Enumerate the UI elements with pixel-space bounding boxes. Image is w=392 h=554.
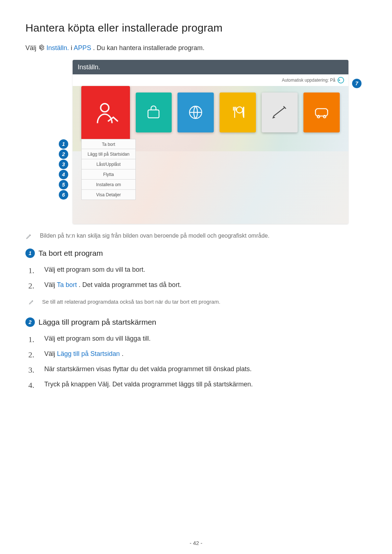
pen-icon xyxy=(25,233,32,241)
section2-step3: 3. När startskärmen visas flyttar du det… xyxy=(28,362,367,378)
callout-bubble-3: 3 xyxy=(59,160,68,169)
pen-icon xyxy=(28,299,34,307)
step-number: 2. xyxy=(28,281,37,291)
auto-update-toggle-icon[interactable] xyxy=(338,77,344,83)
section2-step2: 2. Välj Lägg till på Startsidan . xyxy=(28,347,367,362)
intro-mid: i xyxy=(71,44,74,52)
menu-item-remove[interactable]: Ta bort xyxy=(81,139,136,149)
app-tile-4[interactable] xyxy=(220,93,256,132)
menu-item-move[interactable]: Flytta xyxy=(81,169,136,180)
section-2-title: Lägga till program på startskärmen xyxy=(38,318,156,327)
callout-bubble-2: 2 xyxy=(59,149,68,159)
svg-point-0 xyxy=(101,104,109,112)
step-text: När startskärmen visas flyttar du det va… xyxy=(44,365,252,375)
intro-valj: Välj xyxy=(25,44,38,52)
disclaimer-note: Bilden på tv:n kan skilja sig från bilde… xyxy=(25,233,367,241)
intro-apps-link[interactable]: APPS xyxy=(74,44,91,52)
section-2-heading: 2 Lägga till program på startskärmen xyxy=(25,317,367,327)
disclaimer-text: Bilden på tv:n kan skilja sig från bilde… xyxy=(40,233,269,239)
step-number: 4. xyxy=(28,381,37,390)
app-tile-2[interactable] xyxy=(136,93,172,132)
remove-link[interactable]: Ta bort xyxy=(57,281,77,288)
app-tile-3[interactable] xyxy=(177,93,214,132)
tv-screenshot: Inställn. Automatisk uppdatering: På xyxy=(73,60,348,224)
step-text: Välj Lägg till på Startsidan . xyxy=(44,350,123,360)
section-1-title: Ta bort ett program xyxy=(38,249,103,258)
callout-bubble-6: 6 xyxy=(59,190,68,200)
section-2-steps: 1. Välj ett program som du vill lägga ti… xyxy=(28,332,367,393)
tv-header-title: Inställn. xyxy=(78,63,100,71)
step-text: Välj Ta bort . Det valda programmet tas … xyxy=(44,281,181,291)
callout-bubble-4: 4 xyxy=(59,170,68,179)
page-number: - 42 - xyxy=(0,540,392,546)
section-1-steps: 1. Välj ett program som du vill ta bort.… xyxy=(28,263,367,294)
tile-context-menu: Ta bort Lägg till på Startsidan Låst/Upp… xyxy=(81,139,136,200)
section1-step1: 1. Välj ett program som du vill ta bort. xyxy=(28,263,367,278)
tv-status-bar: Automatisk uppdatering: På xyxy=(73,74,348,86)
step-number: 1. xyxy=(28,266,37,275)
intro-settings-link[interactable]: Inställn. xyxy=(46,44,69,52)
page-title: Hantera köpta eller installerade program xyxy=(25,22,367,34)
step-text: Välj ett program som du vill lägga till. xyxy=(44,335,151,344)
menu-item-add-home[interactable]: Lägg till på Startsidan xyxy=(81,149,136,159)
menu-item-reinstall[interactable]: Installera om xyxy=(81,180,136,190)
app-tile-6[interactable] xyxy=(303,93,340,132)
svg-rect-4 xyxy=(315,109,328,116)
app-tile-5[interactable] xyxy=(262,93,298,132)
auto-update-label: Automatisk uppdatering: På xyxy=(282,78,335,83)
callout-bubble-1: 1 xyxy=(59,139,68,149)
section-2-bubble: 2 xyxy=(25,317,35,327)
svg-point-6 xyxy=(323,115,326,118)
section2-step4: 4. Tryck på knappen Välj. Det valda prog… xyxy=(28,378,367,393)
add-home-link[interactable]: Lägg till på Startsidan xyxy=(57,350,120,357)
section2-step1: 1. Välj ett program som du vill lägga ti… xyxy=(28,332,367,347)
intro-tail: . Du kan hantera installerade program. xyxy=(93,44,204,52)
step-text: Välj ett program som du vill ta bort. xyxy=(44,266,145,275)
section-1-bubble: 1 xyxy=(25,249,35,258)
callout-bubble-5: 5 xyxy=(59,180,68,189)
section1-subnote: Se till att relaterad programdata också … xyxy=(25,297,367,307)
svg-point-3 xyxy=(236,107,242,113)
tv-header: Inställn. xyxy=(73,60,348,74)
svg-point-5 xyxy=(317,115,320,118)
app-tile-1[interactable] xyxy=(81,86,130,140)
svg-rect-1 xyxy=(148,110,159,118)
intro-paragraph: Välj Inställn. i APPS . Du kan hantera i… xyxy=(25,44,367,53)
step-number: 2. xyxy=(28,350,37,360)
menu-item-lock[interactable]: Låst/Upplåst xyxy=(81,159,136,169)
gear-icon xyxy=(38,44,45,53)
section1-subnote-text: Se till att relaterad programdata också … xyxy=(42,299,220,307)
step-text: Tryck på knappen Välj. Det valda program… xyxy=(44,381,253,390)
step-number: 3. xyxy=(28,365,37,375)
callout-bubble-7: 7 xyxy=(352,79,362,88)
menu-item-details[interactable]: Visa Detaljer xyxy=(81,190,136,200)
step-number: 1. xyxy=(28,335,37,344)
section-1-heading: 1 Ta bort ett program xyxy=(25,249,367,258)
section1-step2: 2. Välj Ta bort . Det valda programmet t… xyxy=(28,278,367,294)
